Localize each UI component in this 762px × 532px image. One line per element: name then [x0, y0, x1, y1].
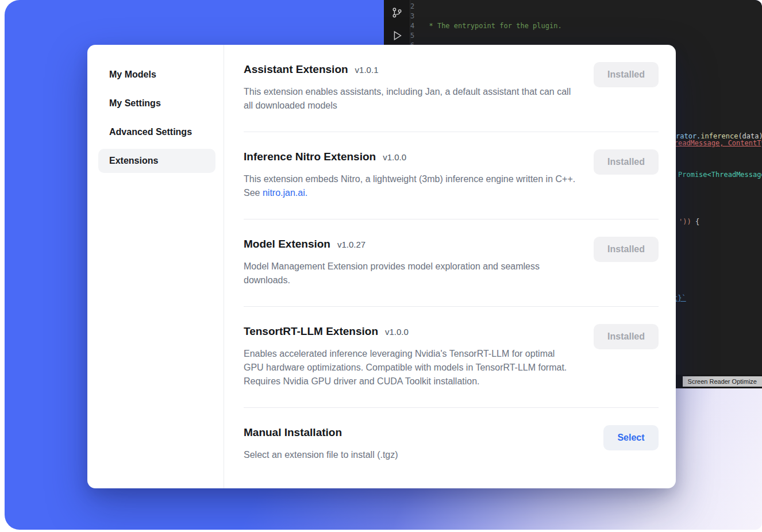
code-token: inference: [701, 132, 738, 140]
extensions-list: Assistant Extension v1.0.1 This extensio…: [224, 45, 676, 488]
extension-title: Model Extension: [244, 237, 330, 252]
extension-row-model: Model Extension v1.0.27 Model Management…: [244, 219, 659, 307]
extension-row-tensorrt: TensortRT-LLM Extension v1.0.0 Enables a…: [244, 307, 659, 408]
run-debug-icon[interactable]: [390, 29, 404, 43]
settings-sidebar: My Models My Settings Advanced Settings …: [87, 45, 224, 488]
extension-title: TensortRT-LLM Extension: [244, 324, 378, 339]
line-number: 4: [410, 21, 414, 31]
extension-version: v1.0.1: [355, 65, 379, 75]
extension-version: v1.0.27: [337, 240, 365, 249]
extension-description: This extension embeds Nitro, a lightweig…: [244, 172, 576, 200]
extension-info: Manual Installation Select an extension …: [244, 425, 398, 462]
extension-title: Assistant Extension: [244, 62, 348, 77]
nitro-jan-ai-link[interactable]: nitro.jan.ai.: [263, 188, 307, 198]
extension-description: Enables accelerated inference leveraging…: [244, 347, 576, 388]
extension-title-row: Inference Nitro Extension v1.0.0: [244, 149, 576, 164]
installed-button[interactable]: Installed: [594, 149, 659, 175]
extension-title-row: Manual Installation: [244, 425, 398, 440]
extension-description: Model Management Extension provides mode…: [244, 260, 576, 287]
extension-info: Inference Nitro Extension v1.0.0 This ex…: [244, 149, 576, 200]
code-fragment: rator.inference(data));: [676, 132, 762, 141]
sidebar-item-advanced-settings[interactable]: Advanced Settings: [98, 120, 215, 144]
code-token: rator.: [676, 132, 701, 140]
code-fragment: ')) {: [679, 217, 699, 226]
line-number: 5: [410, 31, 414, 41]
extension-row-nitro: Inference Nitro Extension v1.0.0 This ex…: [244, 132, 659, 219]
line-number: 2: [410, 2, 414, 11]
installed-button[interactable]: Installed: [594, 237, 659, 262]
sidebar-item-my-models[interactable]: My Models: [98, 63, 215, 87]
extension-row-assistant: Assistant Extension v1.0.1 This extensio…: [244, 45, 659, 132]
source-control-icon[interactable]: [390, 6, 404, 20]
extension-title: Inference Nitro Extension: [244, 149, 376, 164]
sidebar-item-my-settings[interactable]: My Settings: [98, 91, 215, 115]
settings-modal: My Models My Settings Advanced Settings …: [87, 45, 676, 488]
select-file-button[interactable]: Select: [603, 425, 659, 450]
line-number: 3: [410, 11, 414, 21]
extension-info: Assistant Extension v1.0.1 This extensio…: [244, 62, 576, 113]
extension-title-row: Assistant Extension v1.0.1: [244, 62, 576, 77]
code-line: * The entrypoint for the plugin.: [425, 21, 762, 31]
manual-installation-description: Select an extension file to install (.tg…: [244, 448, 398, 462]
extension-description: This extension enables assistants, inclu…: [244, 85, 576, 113]
code-token: ')): [679, 218, 691, 226]
sidebar-item-extensions[interactable]: Extensions: [98, 149, 215, 173]
extension-version: v1.0.0: [385, 327, 409, 337]
installed-button[interactable]: Installed: [594, 324, 659, 349]
extension-title-row: TensortRT-LLM Extension v1.0.0: [244, 324, 576, 339]
extension-info: Model Extension v1.0.27 Model Management…: [244, 237, 576, 287]
code-token: {: [691, 218, 699, 226]
screen-reader-badge[interactable]: Screen Reader Optimize: [683, 376, 762, 387]
extension-version: v1.0.0: [383, 152, 406, 162]
code-token: (data));: [738, 132, 762, 140]
installed-button[interactable]: Installed: [594, 62, 659, 87]
extension-info: TensortRT-LLM Extension v1.0.0 Enables a…: [244, 324, 576, 388]
extension-title-row: Model Extension v1.0.27: [244, 237, 576, 252]
manual-installation-title: Manual Installation: [244, 425, 342, 440]
desktop-scene: 2 3 4 5 6 * The entrypoint for the plugi…: [5, 0, 762, 530]
manual-installation-row: Manual Installation Select an extension …: [244, 408, 659, 475]
code-fragment: Promise<ThreadMessage>: [678, 170, 762, 179]
